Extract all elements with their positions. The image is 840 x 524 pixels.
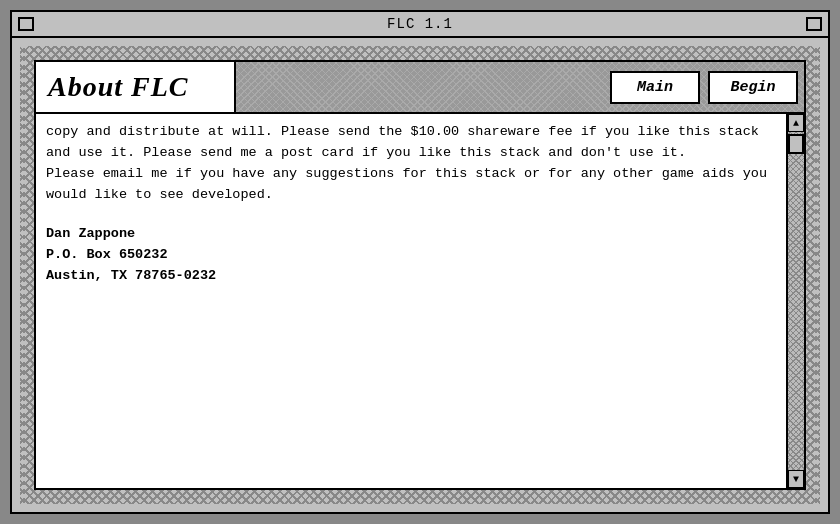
window-title: FLC 1.1: [387, 16, 453, 32]
paragraph-1: copy and distribute at will. Please send…: [46, 122, 776, 164]
scroll-up-button[interactable]: ▲: [788, 114, 804, 132]
text-area-wrapper: copy and distribute at will. Please send…: [36, 114, 804, 488]
author-address2: Austin, TX 78765-0232: [46, 266, 776, 287]
title-bar-close-box[interactable]: [18, 17, 34, 31]
paragraph-2: Please email me if you have any suggesti…: [46, 164, 776, 206]
author-address1: P.O. Box 650232: [46, 245, 776, 266]
scroll-thumb[interactable]: [788, 134, 804, 154]
begin-button[interactable]: Begin: [708, 71, 798, 104]
scroll-track[interactable]: [788, 132, 804, 470]
textured-border: About FLC Main Begin copy and distribute…: [20, 46, 820, 504]
main-button[interactable]: Main: [610, 71, 700, 104]
main-window: FLC 1.1 About FLC Main Begin copy and d: [10, 10, 830, 514]
about-title: About FLC: [36, 62, 236, 112]
author-name: Dan Zappone: [46, 224, 776, 245]
author-block: Dan Zappone P.O. Box 650232 Austin, TX 7…: [46, 224, 776, 287]
scroll-down-button[interactable]: ▼: [788, 470, 804, 488]
header-row: About FLC Main Begin: [36, 62, 804, 114]
content-wrapper: About FLC Main Begin copy and distribute…: [12, 38, 828, 512]
scrollbar: ▲ ▼: [786, 114, 804, 488]
title-bar: FLC 1.1: [12, 12, 828, 38]
header-buttons: Main Begin: [236, 62, 804, 112]
text-content: copy and distribute at will. Please send…: [36, 114, 786, 488]
title-bar-resize-box[interactable]: [806, 17, 822, 31]
inner-window: About FLC Main Begin copy and distribute…: [34, 60, 806, 490]
